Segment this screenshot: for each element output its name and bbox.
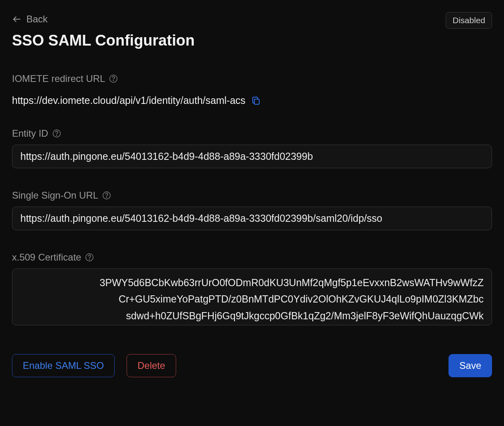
help-icon[interactable] bbox=[109, 74, 118, 83]
redirect-url-section: IOMETE redirect URL https://dev.iomete.c… bbox=[12, 73, 492, 106]
svg-point-9 bbox=[89, 259, 90, 259]
certificate-label: x.509 Certificate bbox=[12, 252, 81, 263]
redirect-url-value: https://dev.iomete.cloud/api/v1/identity… bbox=[12, 95, 246, 106]
delete-button[interactable]: Delete bbox=[127, 354, 176, 377]
enable-saml-sso-button[interactable]: Enable SAML SSO bbox=[12, 354, 115, 377]
status-badge: Disabled bbox=[446, 12, 492, 29]
svg-point-7 bbox=[107, 197, 107, 197]
entity-id-label: Entity ID bbox=[12, 128, 48, 139]
entity-id-input[interactable] bbox=[12, 145, 492, 168]
actions-row: Enable SAML SSO Delete Save bbox=[12, 354, 492, 377]
copy-icon[interactable] bbox=[251, 96, 261, 106]
help-icon[interactable] bbox=[85, 253, 94, 262]
certificate-input[interactable] bbox=[12, 269, 492, 325]
help-icon[interactable] bbox=[102, 191, 111, 200]
svg-rect-3 bbox=[254, 99, 259, 104]
sso-url-label: Single Sign-On URL bbox=[12, 190, 98, 201]
back-link[interactable]: Back bbox=[12, 12, 48, 27]
sso-url-section: Single Sign-On URL bbox=[12, 190, 492, 230]
arrow-left-icon bbox=[12, 14, 22, 24]
back-label: Back bbox=[26, 14, 48, 25]
entity-id-section: Entity ID bbox=[12, 128, 492, 168]
svg-point-5 bbox=[56, 135, 57, 135]
save-button[interactable]: Save bbox=[448, 354, 492, 377]
page-title: SSO SAML Configuration bbox=[12, 32, 492, 49]
svg-point-2 bbox=[113, 80, 114, 81]
sso-url-input[interactable] bbox=[12, 207, 492, 230]
help-icon[interactable] bbox=[52, 129, 61, 138]
certificate-section: x.509 Certificate bbox=[12, 252, 492, 327]
redirect-url-label: IOMETE redirect URL bbox=[12, 73, 105, 84]
